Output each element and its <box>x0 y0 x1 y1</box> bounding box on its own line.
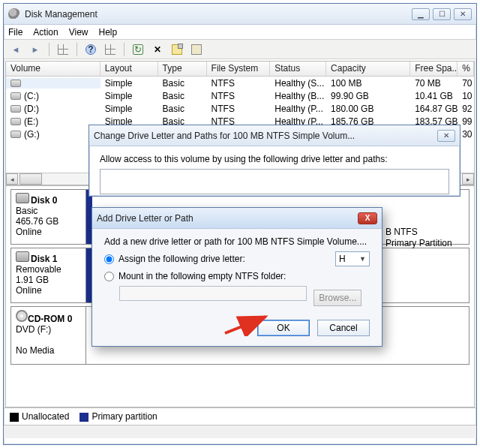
mount-path-input[interactable] <box>119 286 307 301</box>
mount-folder-label: Mount in the following empty NTFS folder… <box>118 271 286 281</box>
col-capacity[interactable]: Capacity <box>326 62 410 76</box>
dlg1-instruction: Allow access to this volume by using the… <box>100 154 449 164</box>
statusbar <box>4 425 476 438</box>
partition-info-partial: B NTFS Primary Partition <box>386 227 452 249</box>
col-pct-free[interactable]: % F <box>458 62 474 76</box>
drive-icon <box>10 80 21 87</box>
forward-button[interactable] <box>28 42 43 57</box>
toolbar <box>4 40 476 59</box>
disk-icon <box>16 193 29 203</box>
menu-help[interactable]: Help <box>99 27 118 38</box>
change-drive-letter-dialog: Change Drive Letter and Paths for 100 MB… <box>88 125 460 197</box>
dlg1-close-button[interactable]: ✕ <box>437 130 455 142</box>
menubar: File Action View Help <box>4 25 476 40</box>
show-hide-button[interactable] <box>56 42 70 57</box>
window-title: Disk Management <box>25 9 412 20</box>
col-filesystem[interactable]: File System <box>207 62 271 76</box>
refresh-button[interactable] <box>130 42 146 57</box>
settings-button[interactable] <box>103 42 118 57</box>
back-button[interactable] <box>8 42 23 57</box>
dlg2-lead: Add a new drive letter or path for 100 M… <box>104 236 370 247</box>
dlg2-title: Add Drive Letter or Path <box>97 213 358 224</box>
maximize-button[interactable]: ☐ <box>433 8 451 20</box>
mount-folder-radio[interactable] <box>104 272 114 281</box>
col-layout[interactable]: Layout <box>100 62 158 76</box>
menu-file[interactable]: File <box>8 27 22 38</box>
more-actions-button[interactable] <box>189 42 204 57</box>
col-type[interactable]: Type <box>158 62 207 76</box>
col-status[interactable]: Status <box>270 62 326 76</box>
paths-listbox[interactable] <box>100 169 449 194</box>
dlg1-titlebar[interactable]: Change Drive Letter and Paths for 100 MB… <box>89 125 460 146</box>
legend-primary-swatch <box>80 413 88 422</box>
assign-letter-label: Assign the following drive letter: <box>118 254 245 264</box>
col-free[interactable]: Free Spa... <box>410 62 458 76</box>
ok-button[interactable]: OK <box>257 320 310 336</box>
menu-action[interactable]: Action <box>33 27 58 38</box>
properties-button[interactable] <box>170 42 184 57</box>
titlebar[interactable]: Disk Management ▁ ☐ ✕ <box>4 4 476 25</box>
col-volume[interactable]: Volume <box>6 62 100 76</box>
volume-row[interactable]: SimpleBasicNTFSHealthy (S...100 MB70 MB7… <box>6 77 474 89</box>
help-button[interactable] <box>83 42 98 57</box>
column-headers[interactable]: Volume Layout Type File System Status Ca… <box>6 62 474 77</box>
legend-unallocated-swatch <box>10 413 19 422</box>
drive-letter-combo[interactable]: H ▼ <box>335 251 370 266</box>
cdrom-icon <box>16 310 28 322</box>
dlg1-title: Change Drive Letter and Paths for 100 MB… <box>94 131 437 141</box>
browse-button[interactable]: Browse... <box>314 290 362 306</box>
app-icon <box>8 8 20 20</box>
disk-icon <box>16 251 29 262</box>
close-button[interactable]: ✕ <box>454 8 472 20</box>
drive-icon <box>10 118 21 125</box>
volume-row[interactable]: (C:) SimpleBasicNTFSHealthy (B...99.90 G… <box>6 89 474 102</box>
cancel-button[interactable]: Cancel <box>317 320 370 336</box>
drive-icon <box>10 105 21 113</box>
assign-letter-radio[interactable] <box>104 254 114 264</box>
minimize-button[interactable]: ▁ <box>412 8 430 20</box>
add-drive-letter-dialog: Add Drive Letter or Path X Add a new dri… <box>92 207 382 347</box>
dlg2-close-button[interactable]: X <box>358 212 377 224</box>
drive-icon <box>10 131 21 138</box>
volume-row[interactable]: (D:) SimpleBasicNTFSHealthy (P...180.00 … <box>6 102 474 115</box>
menu-view[interactable]: View <box>69 27 88 38</box>
delete-button[interactable] <box>150 42 165 57</box>
legend: Unallocated Primary partition <box>4 407 476 425</box>
drive-icon <box>10 92 21 100</box>
chevron-down-icon: ▼ <box>359 255 366 263</box>
dlg2-titlebar[interactable]: Add Drive Letter or Path X <box>92 208 382 229</box>
